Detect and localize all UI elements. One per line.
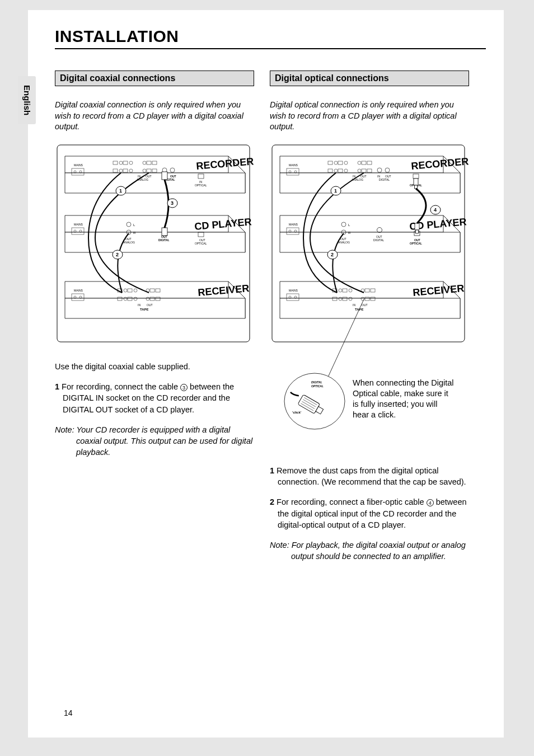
- cdplayer-panel: CD PLAYER MAINS L R OUT ANALOG OUT DIGIT…: [65, 215, 252, 252]
- svg-text:ANALOG: ANALOG: [123, 241, 135, 244]
- optical-plug-bottom-icon: [415, 223, 419, 233]
- optical-callout-line1: When connecting the Digital: [353, 378, 454, 387]
- svg-text:hear a click.: hear a click.: [353, 410, 396, 419]
- svg-text:R: R: [133, 231, 136, 234]
- svg-text:OPTICAL: OPTICAL: [311, 384, 324, 388]
- svg-text:3: 3: [171, 200, 174, 206]
- svg-marker-142: [280, 298, 460, 318]
- optical-step-1: 1 Remove the dust caps from the digital …: [270, 465, 469, 488]
- svg-text:1: 1: [334, 188, 337, 194]
- coaxial-diagram: RECORDER MAINS IN OUT ANALOG: [55, 143, 254, 344]
- svg-text:MAINS: MAINS: [289, 289, 298, 292]
- svg-text:OPTICAL: OPTICAL: [410, 242, 422, 245]
- optical-diagram: RECORDER MAINS IN OUT ANALOG IN OUT: [270, 143, 469, 450]
- svg-text:R: R: [348, 231, 351, 234]
- svg-text:Optical cable, make sure it: Optical cable, make sure it: [353, 389, 448, 398]
- svg-text:MAINS: MAINS: [289, 163, 298, 167]
- svg-text:is fully inserted; you will: is fully inserted; you will: [353, 400, 438, 408]
- recorder-panel: RECORDER MAINS IN OUT ANALOG: [65, 156, 254, 193]
- optical-plug-top-icon: [414, 179, 418, 189]
- svg-text:1: 1: [119, 188, 122, 194]
- page-title: INSTALLATION: [55, 27, 486, 46]
- svg-rect-172: [416, 230, 419, 233]
- svg-text:MAINS: MAINS: [74, 289, 83, 292]
- svg-text:DIGITAL: DIGITAL: [373, 238, 384, 242]
- page-header: INSTALLATION: [55, 27, 486, 49]
- page-number: 14: [64, 708, 73, 717]
- svg-text:2: 2: [116, 252, 119, 257]
- svg-text:ANALOG: ANALOG: [338, 241, 350, 244]
- receiver-panel: RECEIVER MAINS IN OUT TAPE: [65, 281, 250, 318]
- cable-number-3-icon: 3: [180, 384, 188, 391]
- section-title-coaxial: Digital coaxial connections: [55, 71, 254, 86]
- svg-rect-83: [162, 228, 167, 236]
- left-column: Digital coaxial connections Digital coax…: [55, 71, 254, 466]
- svg-text:MAINS: MAINS: [289, 223, 298, 226]
- language-label: English: [22, 85, 32, 115]
- coaxial-lead: Use the digital coaxial cable supplied.: [55, 361, 254, 372]
- language-tab: English: [18, 76, 36, 124]
- svg-text:TAPE: TAPE: [140, 308, 149, 311]
- svg-text:4: 4: [434, 207, 437, 213]
- optical-note: Note: For playback, the digital coaxial …: [270, 539, 469, 562]
- svg-marker-122: [280, 232, 460, 252]
- svg-marker-3: [65, 173, 245, 193]
- svg-text:IN: IN: [353, 303, 355, 307]
- svg-text:MAINS: MAINS: [74, 163, 83, 167]
- svg-marker-89: [280, 173, 460, 193]
- coaxial-note: Note: Your CD recorder is equipped with …: [55, 424, 254, 458]
- cable-number-4-icon: 4: [427, 499, 434, 506]
- svg-rect-169: [414, 179, 418, 185]
- svg-text:'click': 'click': [292, 411, 302, 414]
- coaxial-step-1: 1 For recording, connect the cable 3 bet…: [55, 381, 254, 415]
- svg-text:OPTICAL: OPTICAL: [195, 242, 207, 245]
- coaxial-intro: Digital coaxial connection is only requi…: [55, 100, 254, 133]
- section-title-optical: Digital optical connections: [270, 71, 469, 86]
- optical-intro: Digital optical connection is only requi…: [270, 100, 469, 133]
- svg-text:OUT: OUT: [147, 303, 153, 307]
- svg-marker-35: [65, 232, 245, 252]
- svg-marker-55: [65, 298, 245, 318]
- svg-text:DIGITAL: DIGITAL: [158, 238, 170, 242]
- svg-text:OUT: OUT: [362, 303, 368, 307]
- svg-text:IN: IN: [138, 303, 140, 307]
- svg-text:DIGITAL: DIGITAL: [379, 178, 390, 181]
- svg-text:DIGITAL: DIGITAL: [311, 381, 322, 384]
- svg-rect-170: [415, 185, 418, 189]
- manual-page: INSTALLATION English Digital coaxial con…: [28, 10, 504, 738]
- optical-step-2: 2 For recording, connect a fiber-optic c…: [270, 496, 469, 530]
- right-column: Digital optical connections Digital opti…: [270, 71, 469, 570]
- svg-text:OPTICAL: OPTICAL: [195, 184, 207, 187]
- svg-text:2: 2: [331, 252, 334, 257]
- svg-rect-171: [415, 223, 419, 230]
- svg-rect-82: [162, 172, 167, 180]
- svg-text:MAINS: MAINS: [74, 223, 83, 226]
